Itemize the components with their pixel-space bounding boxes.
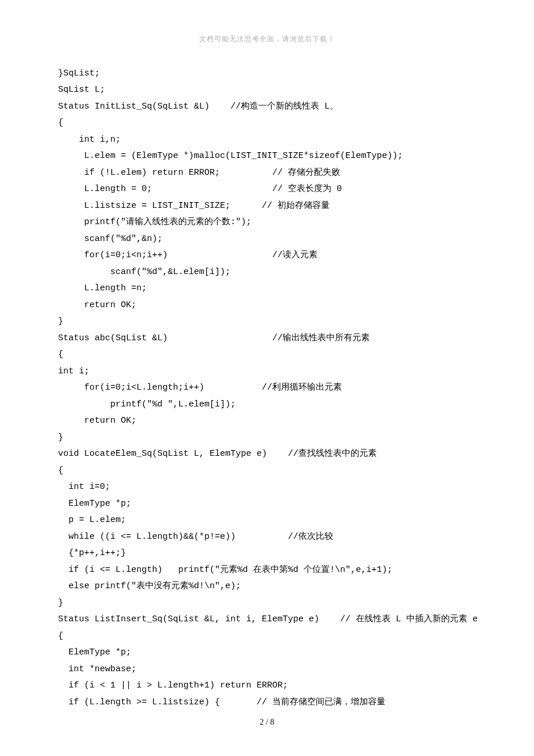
document-page: 文档可能无法思考全面，请浏览后下载！ }SqList; SqList L; St…: [0, 0, 534, 756]
code-block: }SqList; SqList L; Status InitList_Sq(Sq…: [58, 66, 476, 711]
header-note: 文档可能无法思考全面，请浏览后下载！: [58, 33, 476, 46]
page-number: 2 / 8: [0, 715, 534, 730]
